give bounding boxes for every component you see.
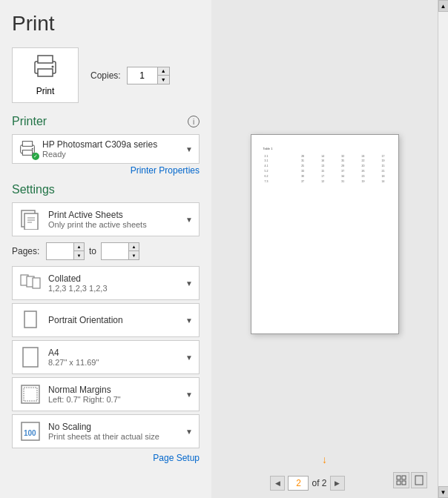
copies-label: Copies:: [90, 70, 121, 81]
view-buttons: [393, 472, 427, 488]
active-sheets-content: Print Active Sheets Only print the activ…: [48, 210, 185, 229]
page-view-icon: [414, 475, 424, 485]
grid-view-button[interactable]: [393, 472, 409, 488]
print-icon: [32, 54, 59, 83]
printer-dropdown-arrow: ▼: [185, 145, 193, 153]
margins-icon: [19, 382, 42, 406]
pages-to-input[interactable]: ▲ ▼: [101, 242, 139, 260]
scaling-content: No Scaling Print sheets at their actual …: [48, 422, 185, 441]
svg-rect-6: [22, 150, 32, 155]
active-sheets-title: Print Active Sheets: [48, 210, 185, 220]
preview-bottom: ↓ ◀ 2 of 2 ▶: [219, 454, 430, 491]
svg-point-3: [52, 66, 54, 68]
printer-icon-container: ✓: [19, 140, 36, 159]
pages-to-increment[interactable]: ▲: [128, 243, 139, 251]
orientation-content: Portrait Orientation: [48, 315, 185, 325]
paper-dropdown-arrow: ▼: [185, 353, 193, 362]
pages-from-decrement[interactable]: ▼: [73, 251, 84, 259]
page-title: Print: [12, 12, 200, 36]
collated-icon: [19, 271, 42, 295]
svg-rect-16: [24, 311, 36, 328]
preview-area: Table 1 2.12814322417 3.13116352219 4.12…: [219, 15, 430, 454]
print-button-area: Print Copies: 1 ▲ ▼: [12, 47, 200, 103]
next-page-button[interactable]: ▶: [330, 476, 345, 491]
orientation-title: Portrait Orientation: [48, 315, 185, 325]
pages-from-field[interactable]: [47, 243, 73, 259]
print-label: Print: [36, 86, 55, 96]
paper-subtitle: 8.27" x 11.69": [48, 358, 185, 367]
pages-from-spinner: ▲ ▼: [73, 243, 84, 259]
pages-from-increment[interactable]: ▲: [73, 243, 84, 251]
scaling-row[interactable]: 100 No Scaling Print sheets at their act…: [12, 414, 200, 448]
to-label: to: [89, 246, 96, 256]
paper-title: A4: [48, 348, 185, 358]
svg-rect-5: [22, 141, 32, 146]
settings-section-title: Settings: [12, 183, 200, 196]
preview-content: Table 1 2.12814322417 3.13116352219 4.12…: [263, 147, 386, 185]
printer-details: HP Photosmart C309a series Ready: [42, 139, 157, 159]
scroll-down-indicator: ↓: [322, 454, 327, 465]
orientation-icon: [19, 308, 42, 332]
svg-rect-18: [22, 385, 39, 403]
svg-rect-22: [397, 476, 401, 479]
scroll-up-button[interactable]: ▲: [438, 0, 449, 12]
copies-decrement[interactable]: ▼: [157, 76, 169, 84]
printer-name: HP Photosmart C309a series: [42, 139, 157, 150]
svg-rect-23: [402, 476, 406, 479]
scaling-dropdown-arrow: ▼: [185, 428, 193, 436]
print-button[interactable]: Print: [12, 47, 79, 103]
ready-badge: ✓: [32, 153, 39, 160]
active-sheets-row[interactable]: Print Active Sheets Only print the activ…: [12, 202, 200, 236]
margins-dropdown-arrow: ▼: [185, 391, 193, 399]
active-sheets-icon: [19, 208, 42, 231]
copies-input[interactable]: 1: [128, 67, 157, 84]
svg-rect-2: [38, 69, 53, 76]
collated-subtitle: 1,2,3 1,2,3 1,2,3: [48, 284, 185, 293]
svg-text:100: 100: [24, 429, 36, 437]
active-sheets-dropdown-arrow: ▼: [185, 216, 193, 224]
scaling-subtitle: Print sheets at their actual size: [48, 432, 185, 441]
total-pages: 2: [322, 478, 327, 488]
margins-row[interactable]: Normal Margins Left: 0.7" Right: 0.7" ▼: [12, 377, 200, 411]
copies-spinner[interactable]: 1 ▲ ▼: [127, 67, 170, 84]
printer-properties-link[interactable]: Printer Properties: [12, 165, 200, 176]
current-page: 2: [296, 478, 301, 488]
collated-content: Collated 1,2,3 1,2,3 1,2,3: [48, 273, 185, 293]
scrollbar: ▲ ▼: [438, 0, 448, 498]
left-panel: Print Print Copies: 1 ▲ ▼: [0, 0, 211, 498]
margins-subtitle: Left: 0.7" Right: 0.7": [48, 395, 185, 404]
preview-nav: ◀ 2 of 2 ▶: [222, 476, 393, 491]
scroll-down-button[interactable]: ▼: [438, 486, 449, 498]
collated-row[interactable]: Collated 1,2,3 1,2,3 1,2,3 ▼: [12, 266, 200, 300]
printer-status: Ready: [42, 150, 157, 159]
scaling-icon: 100: [19, 419, 42, 443]
right-panel: Table 1 2.12814322417 3.13116352219 4.12…: [211, 0, 438, 498]
svg-rect-26: [415, 476, 423, 485]
svg-rect-17: [23, 348, 38, 367]
page-view-button[interactable]: [411, 472, 427, 488]
of-pages-label: of 2: [312, 478, 326, 488]
page-setup-link[interactable]: Page Setup: [12, 453, 200, 463]
preview-nav-bar: ◀ 2 of 2 ▶: [219, 470, 430, 491]
prev-page-button[interactable]: ◀: [270, 476, 285, 491]
svg-rect-15: [33, 278, 40, 288]
orientation-row[interactable]: Portrait Orientation ▼: [12, 303, 200, 337]
scaling-title: No Scaling: [48, 422, 185, 432]
printer-info-icon[interactable]: i: [188, 116, 200, 127]
margins-content: Normal Margins Left: 0.7" Right: 0.7": [48, 385, 185, 404]
svg-rect-24: [397, 481, 401, 485]
preview-page: Table 1 2.12814322417 3.13116352219 4.12…: [251, 134, 399, 334]
active-sheets-subtitle: Only print the active sheets: [48, 220, 185, 229]
pages-to-decrement[interactable]: ▼: [128, 251, 139, 259]
pages-row: Pages: ▲ ▼ to ▲ ▼: [12, 239, 200, 263]
pages-from-input[interactable]: ▲ ▼: [46, 242, 85, 260]
printer-selector[interactable]: ✓ HP Photosmart C309a series Ready ▼: [12, 134, 200, 164]
svg-rect-1: [38, 56, 53, 63]
of-label: of: [312, 478, 319, 488]
printer-section-title: Printer i: [12, 115, 200, 128]
pages-to-field[interactable]: [102, 243, 128, 259]
copies-increment[interactable]: ▲: [157, 67, 169, 76]
paper-row[interactable]: A4 8.27" x 11.69" ▼: [12, 340, 200, 374]
printer-info: ✓ HP Photosmart C309a series Ready: [19, 139, 157, 159]
collated-title: Collated: [48, 273, 185, 284]
